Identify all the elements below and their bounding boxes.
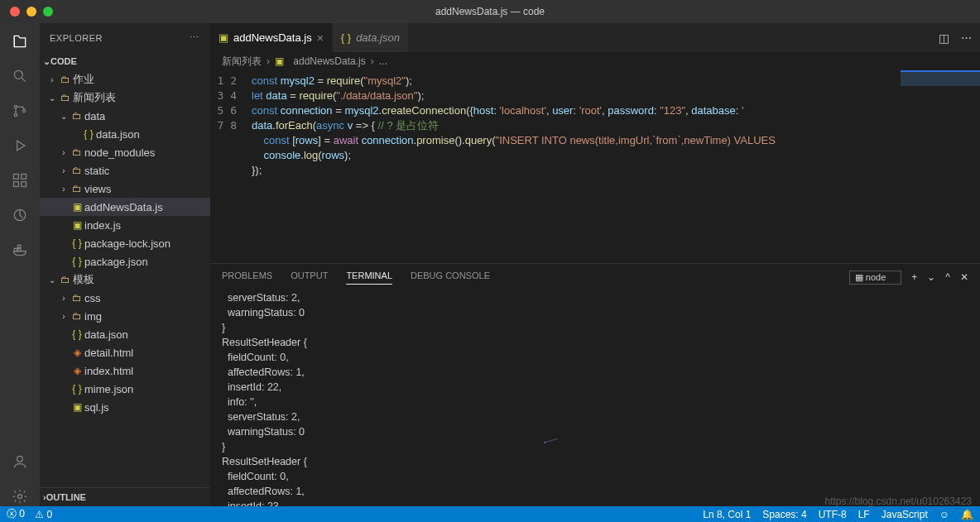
svg-point-2	[14, 113, 17, 116]
activity-bar	[0, 23, 40, 506]
code-editor[interactable]: const mysql2 = require("mysql2"); let da…	[252, 70, 980, 263]
search-icon[interactable]	[10, 66, 30, 86]
tree-item-node_modules[interactable]: ›🗀node_modules	[40, 143, 210, 161]
tree-item-addNewsData-js[interactable]: ▣addNewsData.js	[40, 198, 210, 216]
file-tree: ›🗀作业⌄🗀新闻列表⌄🗀data{ }data.json›🗀node_modul…	[40, 70, 210, 487]
tree-item-data[interactable]: ⌄🗀data	[40, 107, 210, 125]
panel: PROBLEMS OUTPUT TERMINAL DEBUG CONSOLE ▦…	[210, 263, 980, 506]
editor-tab-data-json[interactable]: { }data.json	[333, 23, 409, 52]
breadcrumb[interactable]: 新闻列表 ▣ addNewsData.js ...	[210, 52, 980, 70]
new-terminal-icon[interactable]: +	[911, 271, 917, 283]
sidebar-more-icon[interactable]: ⋯	[190, 32, 200, 43]
status-ln-col[interactable]: Ln 8, Col 1	[703, 509, 751, 520]
svg-point-12	[17, 456, 23, 462]
status-bell-icon[interactable]: 🔔	[961, 509, 973, 520]
sidebar-section-outline[interactable]: ›OUTLINE	[40, 488, 210, 506]
status-spaces[interactable]: Spaces: 4	[762, 509, 806, 520]
terminal-shell-select[interactable]: ▦ node	[849, 271, 902, 285]
status-bar: ⓧ 0 ⚠ 0 Ln 8, Col 1 Spaces: 4 UTF-8 LF J…	[0, 506, 980, 522]
window-controls	[0, 7, 53, 17]
svg-point-1	[14, 105, 17, 108]
status-eol[interactable]: LF	[858, 509, 870, 520]
sidebar-header: EXPLORER ⋯	[40, 23, 210, 52]
tree-item--[interactable]: ⌄🗀模板	[40, 271, 210, 289]
status-encoding[interactable]: UTF-8	[819, 509, 847, 520]
tree-item-index-js[interactable]: ▣index.js	[40, 216, 210, 234]
svg-rect-5	[14, 182, 19, 187]
tab-debug-console[interactable]: DEBUG CONSOLE	[411, 271, 490, 284]
maximize-window-button[interactable]	[43, 7, 53, 17]
tree-item-detail-html[interactable]: ◈detail.html	[40, 343, 210, 362]
extensions-icon[interactable]	[10, 170, 30, 190]
tree-item-package-lock-json[interactable]: { }package-lock.json	[40, 234, 210, 252]
sidebar-title: EXPLORER	[50, 33, 103, 43]
tree-item-index-html[interactable]: ◈index.html	[40, 362, 210, 380]
annotation-arrow-icon	[540, 432, 560, 451]
explorer-icon[interactable]	[10, 31, 30, 51]
tree-item-static[interactable]: ›🗀static	[40, 161, 210, 180]
status-errors[interactable]: ⓧ 0	[7, 507, 25, 521]
editor-tab-addNewsData-js[interactable]: ▣addNewsData.js×	[210, 23, 333, 52]
tab-output[interactable]: OUTPUT	[291, 271, 328, 284]
settings-gear-icon[interactable]	[10, 486, 30, 506]
status-language[interactable]: JavaScript	[882, 509, 928, 520]
source-control-icon[interactable]	[10, 101, 30, 121]
sidebar-section-code[interactable]: ⌄CODE	[40, 52, 210, 70]
split-terminal-icon[interactable]: ⌄	[927, 271, 935, 283]
debug-icon[interactable]	[10, 136, 30, 156]
svg-rect-6	[22, 182, 26, 187]
account-icon[interactable]	[10, 452, 30, 472]
tree-item-views[interactable]: ›🗀views	[40, 180, 210, 198]
tree-item-package-json[interactable]: { }package.json	[40, 252, 210, 271]
editor-area: ▣addNewsData.js×{ }data.json ◫ ⋯ 新闻列表 ▣ …	[210, 23, 980, 506]
svg-rect-11	[18, 245, 21, 247]
tree-item-mime-json[interactable]: { }mime.json	[40, 380, 210, 398]
status-feedback-icon[interactable]: ☺	[939, 509, 949, 520]
editor-tabs: ▣addNewsData.js×{ }data.json ◫ ⋯	[210, 23, 980, 52]
docker-icon[interactable]	[10, 240, 30, 260]
tree-item-data-json[interactable]: { }data.json	[40, 325, 210, 343]
window-title: addNewsData.js — code	[0, 6, 980, 17]
svg-point-13	[18, 495, 22, 499]
tree-item-css[interactable]: ›🗀css	[40, 289, 210, 307]
tab-problems[interactable]: PROBLEMS	[222, 271, 272, 284]
tree-item-img[interactable]: ›🗀img	[40, 307, 210, 325]
terminal-output[interactable]: serverStatus: 2, warningStatus: 0 } Resu…	[210, 290, 980, 506]
maximize-panel-icon[interactable]: ^	[945, 271, 950, 283]
title-bar: addNewsData.js — code	[0, 0, 980, 23]
explorer-sidebar: EXPLORER ⋯ ⌄CODE ›🗀作业⌄🗀新闻列表⌄🗀data{ }data…	[40, 23, 210, 506]
gitlens-icon[interactable]	[10, 205, 30, 225]
close-tab-icon[interactable]: ×	[317, 31, 324, 45]
close-panel-icon[interactable]: ✕	[960, 271, 968, 283]
tree-item--[interactable]: ›🗀作业	[40, 70, 210, 89]
status-warnings[interactable]: ⚠ 0	[35, 509, 52, 520]
svg-rect-4	[14, 175, 19, 180]
tab-more-icon[interactable]: ⋯	[961, 31, 972, 44]
minimap[interactable]	[901, 70, 980, 263]
svg-rect-7	[22, 175, 26, 180]
tree-item-sql-js[interactable]: ▣sql.js	[40, 398, 210, 416]
line-gutter: 1 2 3 4 5 6 7 8	[210, 70, 252, 263]
split-editor-icon[interactable]: ◫	[939, 31, 949, 45]
minimize-window-button[interactable]	[26, 7, 36, 17]
svg-point-0	[14, 70, 22, 79]
svg-point-3	[22, 109, 25, 112]
tree-item--[interactable]: ⌄🗀新闻列表	[40, 89, 210, 107]
tab-terminal[interactable]: TERMINAL	[346, 271, 392, 285]
close-window-button[interactable]	[10, 7, 20, 17]
tree-item-data-json[interactable]: { }data.json	[40, 125, 210, 143]
